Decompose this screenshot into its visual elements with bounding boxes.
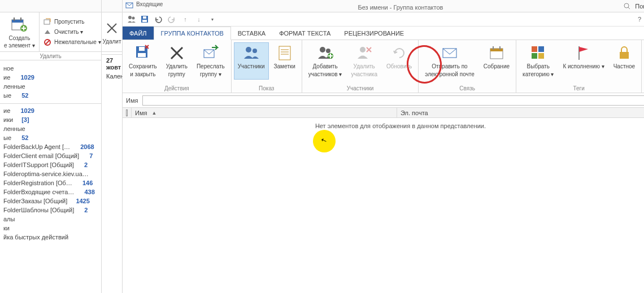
refresh-icon (390, 44, 408, 62)
calendar-new-icon (10, 16, 28, 34)
forward-group-button[interactable]: Переслать группу ▾ (193, 42, 229, 80)
tab-review[interactable]: РЕЦЕНЗИРОВАНИЕ (337, 27, 411, 40)
save-close-icon (134, 44, 152, 62)
search-people-icon (623, 2, 632, 11)
svg-line-14 (628, 7, 630, 9)
new-item-button[interactable]: Создать е элемент ▾ (1, 14, 38, 51)
svg-rect-50 (620, 52, 629, 59)
private-button[interactable]: Частное (610, 42, 639, 80)
delete-button-strip[interactable]: Удалит (99, 17, 125, 47)
qat-down-icon[interactable]: ↓ (194, 14, 204, 24)
nav-item[interactable]: йка быстрых действий (1, 233, 100, 242)
empty-message: Нет элементов для отображения в данном п… (123, 118, 644, 129)
svg-rect-46 (532, 46, 537, 52)
svg-point-28 (253, 49, 257, 53)
svg-rect-6 (21, 28, 26, 29)
email-button[interactable]: Отправить по электронной почте (421, 42, 478, 80)
forward-icon (202, 44, 220, 62)
svg-point-15 (128, 16, 132, 19)
svg-rect-37 (328, 55, 333, 56)
sort-asc-icon: ▲ (151, 110, 156, 116)
flag-icon (575, 44, 593, 62)
svg-rect-44 (493, 46, 494, 50)
group-name-input[interactable] (142, 95, 644, 106)
nav-item[interactable]: ие 1029 (1, 106, 100, 115)
nav-item[interactable]: FolderВходящие счета… 438 (1, 187, 100, 196)
qat-save-icon[interactable] (140, 14, 150, 24)
ribbon-group-members: Участники (302, 85, 419, 93)
qat-redo-icon[interactable] (167, 14, 177, 24)
ribbon-group-actions: Действия (123, 85, 231, 93)
qat-undo-icon[interactable] (153, 14, 163, 24)
nav-item[interactable]: ленные (1, 82, 100, 91)
ribbon-group-tags: Теги (516, 85, 641, 93)
date-label: 27 жовт (102, 55, 122, 73)
meeting-button[interactable]: Собрание (480, 42, 514, 80)
calendar-label: Календа (102, 73, 122, 82)
skip-icon (43, 18, 52, 27)
qat-up-icon[interactable]: ↑ (180, 14, 190, 24)
inbox-icon (125, 1, 134, 10)
nav-item[interactable]: FolderITSupport [Общий] 2 (1, 160, 100, 169)
members-button[interactable]: Участники (234, 42, 269, 80)
svg-rect-48 (532, 53, 537, 59)
junk-button[interactable]: Нежелательные ▾ (43, 38, 101, 47)
nav-item[interactable]: FolderRegistration [Об… 146 (1, 178, 100, 187)
delete-group-button[interactable]: Удалить группу (162, 42, 192, 80)
notes-icon (276, 44, 294, 62)
svg-rect-18 (142, 20, 147, 22)
ribbon-group-show: Показ (232, 85, 302, 93)
tab-contact-group[interactable]: ГРУППА КОНТАКТОВ (154, 27, 231, 40)
svg-point-27 (246, 47, 251, 53)
column-name[interactable]: Имя▲ (132, 108, 397, 117)
column-email[interactable]: Эл. почта (397, 108, 644, 117)
tab-format[interactable]: ФОРМАТ ТЕКСТА (272, 27, 337, 40)
app-people-icon (127, 15, 136, 24)
nav-item[interactable]: FolderBackUp Agent [… 2068 (1, 142, 100, 151)
svg-rect-3 (20, 18, 21, 21)
categorize-icon (529, 44, 547, 62)
remove-member-button: Удалить участника (347, 42, 381, 80)
save-and-close-button[interactable]: Сохранить и закрыть (125, 42, 161, 80)
delete-x-icon (103, 19, 121, 37)
clean-icon (43, 28, 52, 37)
nav-item[interactable]: FolderClient email [Общий] 7 (1, 151, 100, 160)
select-all-checkbox[interactable] (126, 110, 128, 116)
nav-item[interactable]: ие 1029 (1, 73, 100, 82)
notes-button[interactable]: Заметки (270, 42, 299, 80)
nav-item[interactable]: ки (1, 224, 100, 233)
tab-file[interactable]: ФАЙЛ (123, 27, 154, 40)
qat-customize-icon[interactable]: ▾ (207, 14, 217, 24)
nav-item[interactable]: ленные (1, 124, 100, 133)
nav-item[interactable]: FolderЗаказы [Общий] 1425 (1, 196, 100, 205)
svg-point-33 (320, 47, 325, 53)
tab-insert[interactable]: ВСТАВКА (231, 27, 272, 40)
nav-item[interactable]: ное (1, 64, 100, 73)
nav-item[interactable]: ики [3] (1, 115, 100, 124)
nav-item[interactable]: ые 52 (1, 133, 100, 142)
svg-rect-23 (139, 47, 145, 51)
skip-button[interactable]: Пропустить (43, 18, 101, 27)
svg-rect-49 (538, 53, 544, 59)
categorize-button[interactable]: Выбрать категорию ▾ (519, 42, 558, 80)
members-icon (242, 44, 260, 62)
nav-item[interactable]: алы (1, 215, 100, 224)
svg-point-13 (624, 3, 629, 8)
svg-rect-2 (14, 18, 15, 21)
svg-line-40 (367, 47, 371, 52)
follow-up-button[interactable]: К исполнению ▾ (559, 42, 608, 80)
nav-item[interactable]: Folderoptima-service.kiev.ua… (1, 169, 100, 178)
clean-button[interactable]: Очистить ▾ (43, 28, 101, 37)
svg-rect-45 (499, 46, 501, 50)
search-people-label[interactable]: Поиск людей (635, 3, 644, 10)
svg-rect-43 (490, 49, 503, 51)
add-members-button[interactable]: Добавить участников ▾ (304, 42, 346, 80)
delete-x-icon (168, 44, 186, 62)
nav-item[interactable]: FolderШаблоны [Общий] 2 (1, 205, 100, 215)
help-icon[interactable]: ? (634, 14, 644, 24)
svg-point-34 (326, 49, 330, 53)
nav-item[interactable]: ые 52 (1, 91, 100, 100)
svg-line-39 (367, 47, 371, 52)
meeting-icon (488, 44, 506, 62)
lock-icon (615, 44, 633, 62)
